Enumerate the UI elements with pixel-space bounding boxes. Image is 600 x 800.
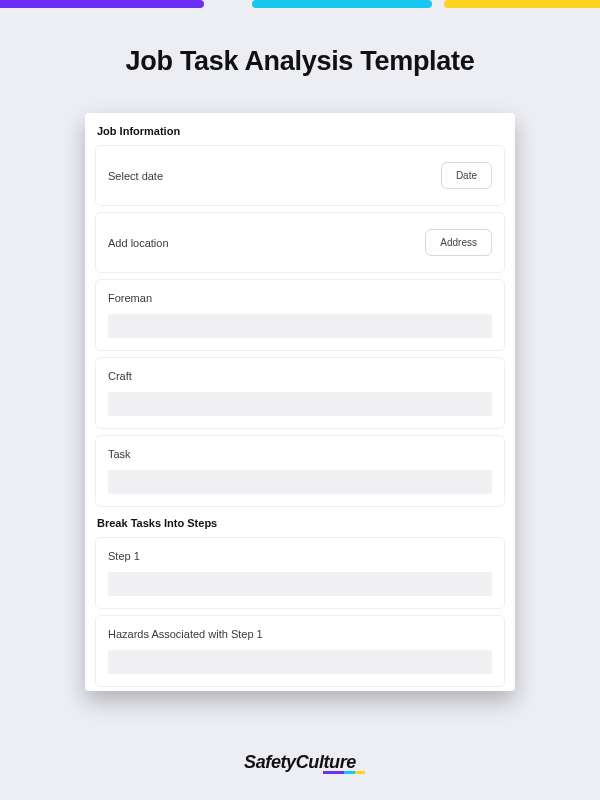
craft-label: Craft bbox=[108, 370, 492, 382]
hazards1-input[interactable] bbox=[108, 650, 492, 674]
craft-input[interactable] bbox=[108, 392, 492, 416]
location-row: Add location Address bbox=[95, 212, 505, 273]
hazards1-row: Hazards Associated with Step 1 bbox=[95, 615, 505, 687]
date-label: Select date bbox=[108, 170, 163, 182]
step1-row: Step 1 bbox=[95, 537, 505, 609]
page-title: Job Task Analysis Template bbox=[0, 46, 600, 77]
foreman-label: Foreman bbox=[108, 292, 492, 304]
date-row: Select date Date bbox=[95, 145, 505, 206]
location-label: Add location bbox=[108, 237, 169, 249]
craft-row: Craft bbox=[95, 357, 505, 429]
step1-input[interactable] bbox=[108, 572, 492, 596]
brand-footer: SafetyCulture bbox=[0, 752, 600, 776]
foreman-row: Foreman bbox=[95, 279, 505, 351]
foreman-input[interactable] bbox=[108, 314, 492, 338]
task-input[interactable] bbox=[108, 470, 492, 494]
section-header-job-info: Job Information bbox=[95, 123, 505, 145]
step1-label: Step 1 bbox=[108, 550, 492, 562]
brand-name: SafetyCulture bbox=[244, 752, 356, 773]
task-label: Task bbox=[108, 448, 492, 460]
address-button[interactable]: Address bbox=[425, 229, 492, 256]
brand-underline-icon bbox=[323, 771, 365, 774]
task-row: Task bbox=[95, 435, 505, 507]
accent-bar bbox=[0, 0, 600, 8]
template-card: Job Information Select date Date Add loc… bbox=[85, 113, 515, 691]
hazards1-label: Hazards Associated with Step 1 bbox=[108, 628, 492, 640]
section-header-break-tasks: Break Tasks Into Steps bbox=[95, 515, 505, 537]
date-button[interactable]: Date bbox=[441, 162, 492, 189]
